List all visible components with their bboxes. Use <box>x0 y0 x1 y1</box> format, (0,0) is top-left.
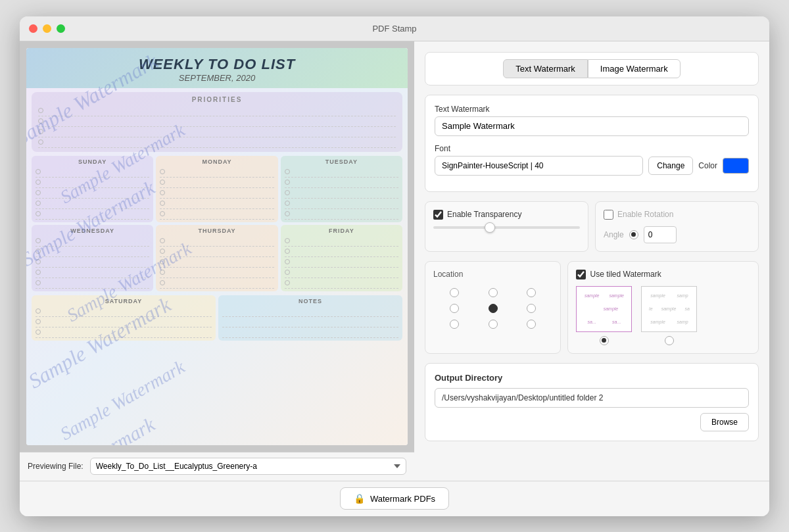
transparency-box: Enable Transparency <box>425 201 588 252</box>
tiled-box: Use tiled Watermark sample sample sample <box>567 261 759 354</box>
loc-radio-br[interactable] <box>527 320 536 329</box>
bottom-bar: 🔒 Watermark PDFs <box>20 481 769 516</box>
location-title: Location <box>433 270 552 279</box>
rotation-checkbox[interactable] <box>604 210 613 220</box>
close-button[interactable] <box>29 24 37 33</box>
days-grid: SUNDAY MONDAY <box>32 156 402 291</box>
circle-dot <box>38 129 43 134</box>
planner-title: WEEKLY TO DO LIST <box>37 56 397 73</box>
day-label-friday: FRIDAY <box>285 228 398 234</box>
font-row: Change Color <box>435 156 749 176</box>
loc-radio-tc[interactable] <box>489 288 498 297</box>
output-path-input[interactable] <box>435 388 749 408</box>
tiled-checkbox[interactable] <box>576 270 586 279</box>
location-grid <box>433 285 552 331</box>
line-row <box>38 106 396 116</box>
circle-dot <box>38 118 43 124</box>
circle-dot <box>38 108 43 113</box>
change-font-button[interactable]: Change <box>648 157 693 175</box>
tiled-label: Use tiled Watermark <box>590 270 661 279</box>
color-swatch[interactable] <box>723 158 749 174</box>
browse-button[interactable]: Browse <box>700 413 749 431</box>
day-card-tuesday: TUESDAY <box>281 156 402 222</box>
titlebar: PDF Stamp <box>20 16 769 41</box>
loc-radio-ml[interactable] <box>450 304 459 313</box>
slider-thumb[interactable] <box>485 222 495 233</box>
file-select[interactable]: Weekly_To_Do_List__Eucalyptus_Greenery-a <box>90 458 406 475</box>
priorities-label: PRIORITIES <box>38 96 396 103</box>
watermark-7: Sample Watermark <box>26 413 158 445</box>
output-section: Output Directory Browse <box>425 363 759 441</box>
line-row <box>38 137 396 148</box>
font-label: Font <box>435 144 749 153</box>
angle-input[interactable] <box>644 226 677 243</box>
day-card-friday: FRIDAY <box>281 225 402 291</box>
rotation-label: Enable Rotation <box>617 210 673 219</box>
text-watermark-section: Text Watermark Font Change Color <box>425 95 759 192</box>
tiled-option-2: sample samp le sample sa sample <box>641 286 697 345</box>
priorities-section: PRIORITIES <box>32 92 402 152</box>
planner-subtitle: SEPTEMBER, 2020 <box>37 73 397 83</box>
tab-image-watermark[interactable]: Image Watermark <box>588 59 681 78</box>
rotation-checkbox-row: Enable Rotation <box>604 210 750 220</box>
location-watermark-row: Location <box>425 261 759 354</box>
loc-radio-mc[interactable] <box>489 304 498 313</box>
traffic-lights <box>29 24 65 33</box>
tiled-radio-2[interactable] <box>665 336 674 345</box>
transparency-checkbox[interactable] <box>433 210 443 220</box>
tab-bar: Text Watermark Image Watermark <box>432 59 752 78</box>
loc-radio-tl[interactable] <box>450 288 459 297</box>
loc-radio-tr[interactable] <box>527 288 536 297</box>
days-grid2: SATURDAY NOTES <box>32 295 402 341</box>
day-label-saturday: SATURDAY <box>36 298 212 304</box>
loc-radio-bc[interactable] <box>489 320 498 329</box>
day-card-thursday: THURSDAY <box>156 225 277 291</box>
planner-header: WEEKLY TO DO LIST SEPTEMBER, 2020 <box>26 48 408 88</box>
day-label-monday: MONDAY <box>160 158 274 165</box>
day-label-thursday: THURSDAY <box>160 228 274 234</box>
text-watermark-input[interactable] <box>435 116 749 136</box>
day-card-wednesday: WEDNESDAY <box>32 225 153 291</box>
rotation-box: Enable Rotation Angle <box>595 201 759 252</box>
slider-track <box>433 226 580 229</box>
day-label-wednesday: WEDNESDAY <box>36 228 149 234</box>
circle-dot <box>38 139 43 145</box>
line-row <box>38 116 396 127</box>
watermark-6: Sample Watermark <box>57 356 188 444</box>
transparency-label: Enable Transparency <box>447 210 521 219</box>
loc-radio-bl[interactable] <box>450 320 459 329</box>
browse-row: Browse <box>435 413 749 431</box>
loc-radio-mr[interactable] <box>527 304 536 313</box>
location-box: Location <box>425 261 561 354</box>
angle-row: Angle <box>604 226 750 243</box>
watermark-pdfs-button[interactable]: 🔒 Watermark PDFs <box>340 487 449 510</box>
preview-bottom: Previewing File: Weekly_To_Do_List__Euca… <box>20 452 414 481</box>
day-card-saturday: SATURDAY <box>32 295 216 341</box>
tab-text-watermark[interactable]: Text Watermark <box>503 59 588 78</box>
day-card-monday: MONDAY <box>156 156 277 222</box>
color-label: Color <box>698 161 717 170</box>
main-content: WEEKLY TO DO LIST SEPTEMBER, 2020 PRIORI… <box>20 41 769 481</box>
tiled-radio-1[interactable] <box>600 336 609 345</box>
pdf-preview: WEEKLY TO DO LIST SEPTEMBER, 2020 PRIORI… <box>26 48 408 445</box>
lock-icon: 🔒 <box>354 493 365 504</box>
angle-radio[interactable] <box>629 230 638 239</box>
maximize-button[interactable] <box>57 24 65 33</box>
tiled-header: Use tiled Watermark <box>576 270 750 279</box>
tiled-options: sample sample sample sa... sa... <box>576 286 750 345</box>
text-watermark-label: Text Watermark <box>435 105 749 114</box>
font-input[interactable] <box>435 156 643 176</box>
right-panel: Text Watermark Image Watermark Text Wate… <box>414 41 769 481</box>
minimize-button[interactable] <box>43 24 51 33</box>
planner-background: WEEKLY TO DO LIST SEPTEMBER, 2020 PRIORI… <box>26 48 408 445</box>
planner-body: PRIORITIES SUNDAY <box>26 88 408 345</box>
slider-container <box>433 226 580 237</box>
tiled-option-1: sample sample sample sa... sa... <box>576 286 632 345</box>
day-label-tuesday: TUESDAY <box>285 158 398 165</box>
tiled-preview-2: sample samp le sample sa sample <box>641 286 697 332</box>
tiled-preview-1: sample sample sample sa... sa... <box>576 286 632 332</box>
preview-label: Previewing File: <box>28 462 84 471</box>
tab-section: Text Watermark Image Watermark <box>425 52 759 85</box>
day-label-notes: NOTES <box>222 298 398 304</box>
day-card-sunday: SUNDAY <box>32 156 153 222</box>
